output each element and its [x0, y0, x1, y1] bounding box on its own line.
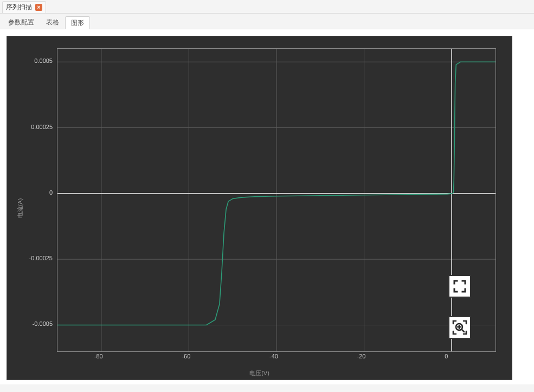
inner-tab-bar: 参数配置 表格 图形 — [0, 14, 534, 29]
window-tab-bar: 序列扫描 × — [0, 0, 534, 14]
x-tick-label: -20 — [357, 353, 366, 359]
chart-svg — [57, 49, 496, 351]
close-icon[interactable]: × — [35, 4, 42, 11]
chart-outer: 电流(A) 电压(V) -80-60-40-200-0.0005-0.00025… — [7, 36, 512, 380]
zoom-in-button[interactable] — [448, 316, 471, 339]
expand-corners-icon — [453, 279, 467, 293]
fit-view-button[interactable] — [448, 275, 471, 298]
x-axis-label: 电压(V) — [249, 369, 269, 377]
y-tick-label: -0.0005 — [20, 320, 53, 327]
tab-table[interactable]: 表格 — [40, 16, 65, 29]
x-tick-label: 0 — [445, 353, 448, 359]
y-tick-label: 0.00025 — [20, 124, 53, 130]
window-tab-title: 序列扫描 — [6, 3, 32, 12]
zoom-in-icon — [452, 319, 468, 336]
plot-area[interactable] — [57, 48, 496, 352]
tab-chart[interactable]: 图形 — [65, 16, 90, 29]
x-tick-label: -40 — [269, 353, 278, 359]
tab-params[interactable]: 参数配置 — [2, 16, 40, 29]
y-tick-label: 0.0005 — [20, 57, 53, 64]
x-tick-label: -80 — [94, 353, 103, 359]
y-tick-label: -0.00025 — [20, 255, 53, 261]
y-axis-label: 电流(A) — [16, 198, 24, 218]
window-tab-sequence-scan[interactable]: 序列扫描 × — [2, 1, 46, 13]
x-tick-label: -60 — [182, 353, 190, 359]
chart-panel: 电流(A) 电压(V) -80-60-40-200-0.0005-0.00025… — [0, 29, 534, 384]
y-tick-label: 0 — [20, 189, 53, 196]
